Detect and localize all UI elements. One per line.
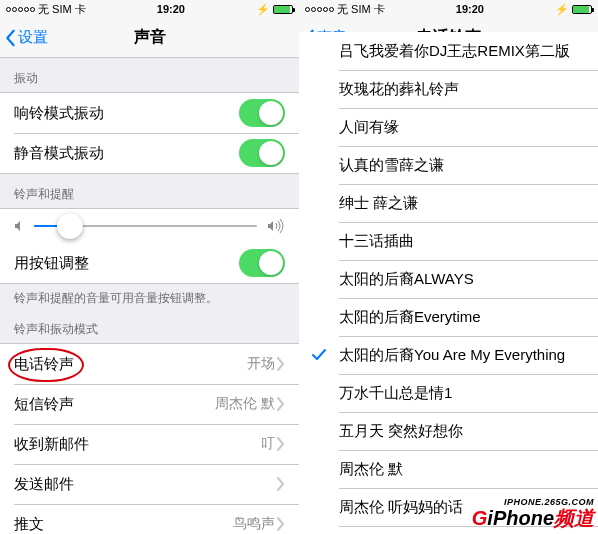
ringtone-label: 玫瑰花的葬礼铃声	[339, 80, 584, 99]
chevron-right-icon	[277, 437, 285, 451]
battery-charging-icon: ⚡	[555, 3, 569, 16]
cell-detail: 叮	[261, 435, 275, 453]
ringtone-item[interactable]: 太阳的后裔Everytime	[299, 298, 598, 336]
watermark-channel: 频道	[554, 507, 594, 529]
ringtone-item[interactable]: 人间有缘	[299, 108, 598, 146]
cell-label: 推文	[14, 515, 233, 534]
cell-detail: 周杰伦 默	[215, 395, 275, 413]
newmail-row[interactable]: 收到新邮件 叮	[0, 424, 299, 464]
cell-label: 短信铃声	[14, 395, 215, 414]
carrier-label: 无 SIM 卡	[337, 2, 385, 17]
ringtone-item[interactable]: 太阳的后裔You Are My Everything	[299, 336, 598, 374]
chevron-right-icon	[277, 397, 285, 411]
ringtone-item[interactable]: 玫瑰花的葬礼铃声	[299, 70, 598, 108]
volume-slider[interactable]	[34, 225, 257, 227]
cell-label: 收到新邮件	[14, 435, 261, 454]
ringtone-item[interactable]: 绅士 薛之谦	[299, 184, 598, 222]
ringtone-label: 五月天 突然好想你	[339, 422, 584, 441]
volume-high-icon	[267, 219, 285, 233]
content-scroll[interactable]: 振动 响铃模式振动 静音模式振动 铃声和提醒 用按钮调整	[0, 58, 299, 534]
status-bar: 无 SIM 卡 19:20 ⚡	[299, 0, 598, 18]
cell-detail: 开场	[247, 355, 275, 373]
ringtone-item[interactable]: 认真的雪薛之谦	[299, 146, 598, 184]
battery-charging-icon: ⚡	[256, 3, 270, 16]
cell-label: 用按钮调整	[14, 254, 239, 273]
chevron-left-icon	[4, 29, 16, 47]
cell-label: 电话铃声	[14, 355, 247, 374]
ringtone-row[interactable]: 电话铃声 开场	[0, 344, 299, 384]
page-title: 声音	[134, 27, 166, 48]
ringtone-label: 吕飞我爱着你DJ王志REMIX第二版	[339, 42, 584, 61]
chevron-right-icon	[277, 477, 285, 491]
cell-label: 静音模式振动	[14, 144, 239, 163]
section-header-vibrate: 振动	[0, 58, 299, 92]
texttone-row[interactable]: 短信铃声 周杰伦 默	[0, 384, 299, 424]
ring-vibrate-toggle[interactable]	[239, 99, 285, 127]
watermark-url: IPHONE.265G.COM	[472, 497, 594, 507]
ringtone-picker-screen: 无 SIM 卡 19:20 ⚡ 声音 电话铃声 吕飞我爱着你DJ王志REMIX第…	[299, 0, 598, 534]
silent-vibrate-toggle[interactable]	[239, 139, 285, 167]
ringtone-label: 十三话插曲	[339, 232, 584, 251]
watermark-iphone: iPhone	[487, 507, 554, 529]
clock-label: 19:20	[456, 3, 484, 15]
cell-label: 响铃模式振动	[14, 104, 239, 123]
ringer-footer: 铃声和提醒的音量可用音量按钮调整。	[0, 284, 299, 309]
volume-low-icon	[14, 220, 24, 232]
ringtone-label: 人间有缘	[339, 118, 584, 137]
ringtone-label: 太阳的后裔ALWAYS	[339, 270, 584, 289]
tweet-row[interactable]: 推文 鸟鸣声	[0, 504, 299, 534]
volume-slider-row	[0, 209, 299, 243]
signal-dots-icon	[305, 7, 334, 12]
signal-dots-icon	[6, 7, 35, 12]
back-button[interactable]: 设置	[4, 28, 48, 47]
carrier-label: 无 SIM 卡	[38, 2, 86, 17]
ringtone-label: 认真的雪薛之谦	[339, 156, 584, 175]
ringtone-label: 万水千山总是情1	[339, 384, 584, 403]
ringtone-label: 周杰伦 默	[339, 460, 584, 479]
section-header-ringer: 铃声和提醒	[0, 174, 299, 208]
checkmark-icon	[311, 347, 327, 363]
ringtone-item[interactable]: 吕飞我爱着你DJ王志REMIX第二版	[299, 32, 598, 70]
sounds-settings-screen: 无 SIM 卡 19:20 ⚡ 设置 声音 振动 响铃模式振动 静音模式振动 铃…	[0, 0, 299, 534]
silent-vibrate-row[interactable]: 静音模式振动	[0, 133, 299, 173]
clock-label: 19:20	[157, 3, 185, 15]
battery-icon	[273, 5, 293, 14]
ringtone-label: 太阳的后裔You Are My Everything	[339, 346, 584, 365]
status-bar: 无 SIM 卡 19:20 ⚡	[0, 0, 299, 18]
ring-vibrate-row[interactable]: 响铃模式振动	[0, 93, 299, 133]
ringtone-item[interactable]: 太阳的后裔ALWAYS	[299, 260, 598, 298]
nav-bar: 设置 声音	[0, 18, 299, 58]
back-label: 设置	[18, 28, 48, 47]
cell-label: 发送邮件	[14, 475, 275, 494]
ringtone-list[interactable]: 吕飞我爱着你DJ王志REMIX第二版玫瑰花的葬礼铃声人间有缘认真的雪薛之谦绅士 …	[299, 32, 598, 534]
watermark-g: G	[472, 507, 488, 529]
change-with-buttons-row[interactable]: 用按钮调整	[0, 243, 299, 283]
sentmail-row[interactable]: 发送邮件	[0, 464, 299, 504]
ringtone-label: 太阳的后裔Everytime	[339, 308, 584, 327]
chevron-right-icon	[277, 357, 285, 371]
cell-detail: 鸟鸣声	[233, 515, 275, 533]
battery-icon	[572, 5, 592, 14]
ringtone-item[interactable]: 万水千山总是情1	[299, 374, 598, 412]
ringtone-label: 绅士 薛之谦	[339, 194, 584, 213]
watermark: IPHONE.265G.COM GiPhone频道	[472, 497, 594, 532]
section-header-patterns: 铃声和振动模式	[0, 309, 299, 343]
ringtone-item[interactable]: 周杰伦 默	[299, 450, 598, 488]
ringtone-item[interactable]: 十三话插曲	[299, 222, 598, 260]
change-with-buttons-toggle[interactable]	[239, 249, 285, 277]
ringtone-item[interactable]: 五月天 突然好想你	[299, 412, 598, 450]
chevron-right-icon	[277, 517, 285, 531]
